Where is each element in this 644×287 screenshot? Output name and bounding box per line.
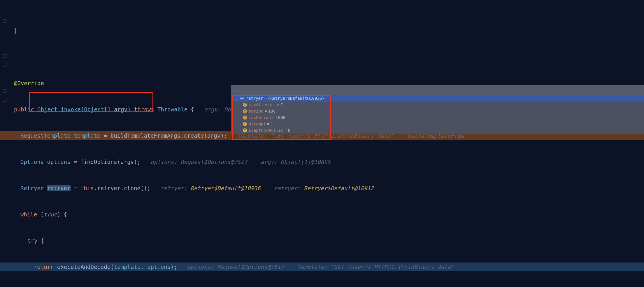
variable-value: {Retryer$Default@10936} xyxy=(268,96,324,101)
object-icon: oo xyxy=(240,96,244,100)
variable-value: 1 xyxy=(271,122,273,126)
inlay-hint: options: Request$Options@7517 xyxy=(150,159,247,165)
variable-value: 7 xyxy=(280,102,283,107)
variable-row[interactable]: fsleptForMillis =0 xyxy=(231,127,644,134)
fold-toggle-icon[interactable] xyxy=(3,37,6,40)
variable-row[interactable]: fmaxPeriod =1000 xyxy=(231,114,644,121)
ty-object: Object xyxy=(37,106,57,113)
inlay-hint: template: "GET /user/1 HTTP/1.1\n\nBinar… xyxy=(297,264,454,270)
variable-name: maxAttempts xyxy=(249,102,276,107)
variable-name: retryer xyxy=(246,96,263,101)
fold-toggle-icon[interactable] xyxy=(3,89,6,93)
variable-name: period xyxy=(249,109,264,113)
code-editor[interactable]: } @Override public Object invoke(Object[… xyxy=(0,0,644,287)
kw-public: public xyxy=(14,106,34,113)
variable-row[interactable]: fattempt =1 xyxy=(231,121,644,127)
method-invoke: invoke xyxy=(61,106,81,113)
inlay-hint: argv: Object[1]@10895 xyxy=(261,159,331,165)
fold-toggle-icon[interactable] xyxy=(3,54,6,58)
inlay-hint: retryer: Retryer$Default@10936 xyxy=(161,185,261,191)
chevron-down-icon[interactable]: ⌄ xyxy=(235,96,238,101)
variable-row[interactable]: fmaxAttempts =7 xyxy=(231,102,644,108)
field-final-icon: f xyxy=(243,109,247,113)
variable-row-root[interactable]: ⌄ oo retryer = {Retryer$Default@10936} xyxy=(231,95,644,102)
fold-toggle-icon[interactable] xyxy=(3,72,6,75)
debugger-top-info: ⋯ xyxy=(236,88,239,93)
field-icon: f xyxy=(243,122,247,126)
brace: } xyxy=(14,27,17,34)
field-final-icon: f xyxy=(243,103,247,107)
kw-return: return xyxy=(34,264,54,270)
method-build: buildTemplateFromArgs.create xyxy=(110,132,204,139)
variable-name: maxPeriod xyxy=(249,115,271,120)
field-icon: f xyxy=(243,128,247,132)
fold-toggle-icon[interactable] xyxy=(3,98,6,102)
inlay-hint: options: Request$Options@7517 xyxy=(187,264,284,270)
annotation: @Override xyxy=(14,80,44,86)
var-retryer-selected: retryer xyxy=(47,185,71,191)
variable-value: 1000 xyxy=(276,115,285,120)
method-execdecode: executeAndDecode xyxy=(57,264,110,270)
ty-reqtemplate: RequestTemplate xyxy=(20,132,71,139)
inlay-hint: retryer: Retryer$Default@10912 xyxy=(274,185,374,191)
debugger-variables-panel[interactable]: ⋯ ⌄ oo retryer = {Retryer$Default@10936}… xyxy=(231,85,644,134)
variable-name: sleptForMillis xyxy=(249,128,283,133)
field-final-icon: f xyxy=(243,116,247,120)
variable-value: 100 xyxy=(268,109,276,113)
debugger-toolbar[interactable]: ⋯ xyxy=(231,85,644,95)
method-findoptions: findOptions xyxy=(80,159,117,165)
gutter[interactable] xyxy=(0,0,8,287)
variable-value: 0 xyxy=(288,128,290,133)
variable-name: attempt xyxy=(249,122,266,126)
fold-toggle-icon[interactable] xyxy=(3,19,6,23)
kw-throws: throws xyxy=(134,106,154,113)
variable-row[interactable]: fperiod =100 xyxy=(231,108,644,114)
fold-toggle-icon[interactable] xyxy=(3,63,6,66)
